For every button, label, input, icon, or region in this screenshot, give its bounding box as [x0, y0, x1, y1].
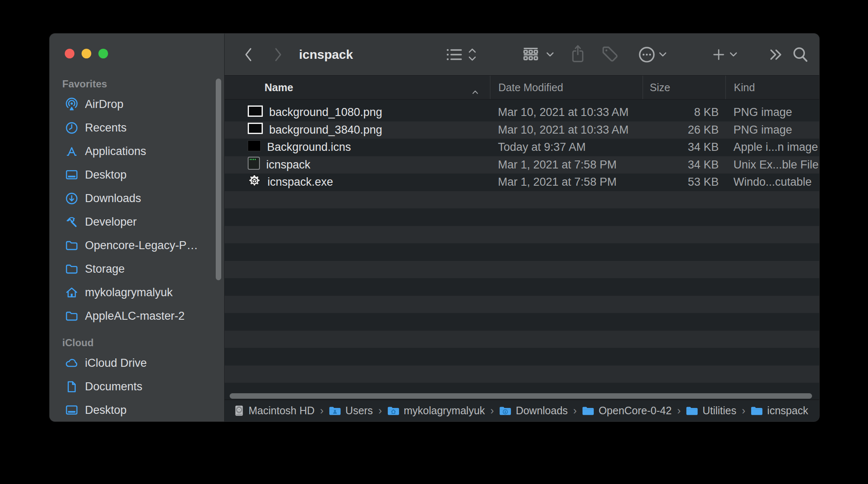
main-pane: icnspack — [224, 34, 819, 421]
minimize-button[interactable] — [82, 49, 91, 58]
file-name: icnspack.exe — [267, 176, 333, 189]
sidebar-item-downloads[interactable]: Downloads — [56, 188, 218, 208]
list-header: Name Date Modified Size Kind — [225, 76, 819, 100]
file-row-icnspack[interactable]: icnspackMar 1, 2021 at 7:58 PM34 KBUnix … — [225, 156, 819, 174]
path-item-label: icnspack — [767, 405, 808, 417]
file-row-background-1080-png[interactable]: background_1080.pngMar 10, 2021 at 10:33… — [225, 104, 819, 121]
file-name: background_1080.png — [269, 106, 382, 119]
folder-icon — [64, 308, 79, 324]
file-row-icnspack-exe[interactable]: icnspack.exeMar 1, 2021 at 7:58 PM53 KBW… — [225, 174, 819, 191]
zoom-button[interactable] — [98, 49, 108, 58]
sidebar-item-label: Desktop — [85, 168, 127, 182]
path-bar: Macintosh HD›Users›mykolagrymalyuk›Downl… — [225, 400, 819, 421]
file-row-background-3840-png[interactable]: background_3840.pngMar 10, 2021 at 10:33… — [225, 121, 819, 139]
sidebar-item-icloud-drive[interactable]: iCloud Drive — [56, 353, 218, 373]
sidebar-item-applications[interactable]: Applications — [56, 141, 218, 161]
path-item-mykolagrymalyuk[interactable]: mykolagrymalyuk — [387, 405, 485, 417]
path-item-label: OpenCore-0-42 — [598, 405, 672, 417]
view-stepper-icon[interactable] — [467, 47, 478, 62]
file-date: Mar 10, 2021 at 10:33 AM — [490, 106, 643, 119]
sidebar-section-favorites: FavoritesAirDropRecentsApplicationsDeskt… — [50, 78, 224, 326]
new-folder-icon[interactable] — [712, 47, 726, 62]
file-name: background_3840.png — [269, 124, 382, 137]
folder-icon — [64, 238, 79, 253]
group-view-icon[interactable] — [521, 45, 540, 64]
path-item-opencore-0-42[interactable]: OpenCore-0-42 — [582, 405, 672, 417]
tag-icon[interactable] — [601, 45, 619, 63]
sidebar-item-label: Downloads — [85, 192, 141, 205]
file-kind: Windo...cutable — [725, 176, 819, 189]
sidebar-item-desktop[interactable]: Desktop — [56, 400, 218, 420]
path-item-label: mykolagrymalyuk — [404, 405, 485, 417]
sidebar-item-airdrop[interactable]: AirDrop — [56, 94, 218, 114]
folder-downloads-icon — [499, 406, 511, 416]
path-item-icnspack[interactable]: icnspack — [751, 405, 808, 417]
sidebar-item-label: Storage — [85, 263, 125, 276]
file-size: 34 KB — [643, 158, 725, 171]
file-date: Mar 1, 2021 at 7:58 PM — [490, 158, 643, 171]
sidebar-item-desktop[interactable]: Desktop — [56, 165, 218, 185]
sidebar-item-developer[interactable]: Developer — [56, 212, 218, 232]
path-item-label: Downloads — [516, 405, 568, 417]
group-view-caret-icon[interactable] — [545, 51, 555, 58]
more-actions-caret-icon[interactable] — [658, 51, 667, 58]
close-button[interactable] — [65, 49, 74, 58]
file-name: Background.icns — [267, 141, 351, 154]
image-file-icon — [248, 123, 263, 137]
sidebar-item-storage[interactable]: Storage — [56, 259, 218, 279]
sidebar-item-opencore-legacy-p[interactable]: Opencore-Legacy-P… — [56, 235, 218, 255]
more-actions-icon[interactable] — [638, 45, 656, 64]
airdrop-icon — [64, 97, 79, 112]
forward-button[interactable] — [273, 46, 283, 63]
exe-file-icon — [248, 174, 261, 190]
horizontal-scrollbar[interactable] — [230, 393, 812, 399]
path-item-downloads[interactable]: Downloads — [499, 405, 568, 417]
sidebar-section-label: iCloud — [62, 337, 224, 349]
column-header-date[interactable]: Date Modified — [490, 76, 643, 99]
share-icon[interactable] — [569, 43, 586, 65]
toolbar-overflow-icon[interactable] — [768, 47, 783, 62]
file-list: background_1080.pngMar 10, 2021 at 10:33… — [225, 104, 819, 400]
file-size: 34 KB — [643, 141, 725, 154]
sidebar-item-mykolagrymalyuk[interactable]: mykolagrymalyuk — [56, 282, 218, 302]
file-date: Mar 10, 2021 at 10:33 AM — [490, 124, 643, 137]
drive-icon — [234, 405, 244, 416]
sidebar-item-label: Desktop — [85, 404, 127, 417]
folder-icon — [64, 261, 79, 276]
column-header-name[interactable]: Name — [225, 76, 490, 99]
download-icon — [64, 191, 79, 206]
path-item-users[interactable]: Users — [329, 405, 373, 417]
file-row-background-icns[interactable]: Background.icnsToday at 9:37 AM34 KBAppl… — [225, 139, 819, 156]
sidebar-item-documents[interactable]: Documents — [56, 376, 218, 397]
folder-users-icon — [329, 406, 341, 416]
cloud-icon — [64, 355, 79, 371]
path-separator: › — [742, 405, 745, 417]
folder-plain-icon — [686, 406, 698, 416]
path-item-label: Macintosh HD — [249, 405, 315, 417]
search-icon[interactable] — [791, 45, 809, 63]
path-item-label: Users — [345, 405, 373, 417]
path-separator: › — [378, 405, 382, 417]
file-kind: Apple i...n image — [725, 141, 819, 154]
folder-home-icon — [387, 406, 400, 416]
path-item-utilities[interactable]: Utilities — [686, 405, 736, 417]
column-header-size[interactable]: Size — [643, 76, 725, 99]
back-button[interactable] — [243, 46, 254, 63]
column-header-kind[interactable]: Kind — [725, 76, 819, 99]
path-item-macintosh-hd[interactable]: Macintosh HD — [234, 405, 315, 417]
list-view-icon[interactable] — [445, 45, 463, 64]
sidebar-item-label: Developer — [85, 216, 137, 229]
file-name: icnspack — [266, 158, 310, 171]
sidebar-item-label: mykolagrymalyuk — [85, 286, 173, 299]
folder-plain-icon — [582, 406, 594, 416]
new-folder-caret-icon[interactable] — [729, 51, 738, 58]
finder-window: FavoritesAirDropRecentsApplicationsDeskt… — [50, 34, 819, 421]
sidebar-item-recents[interactable]: Recents — [56, 118, 218, 138]
file-kind: Unix Ex...ble File — [725, 158, 819, 171]
file-kind: PNG image — [725, 106, 819, 119]
file-size: 53 KB — [643, 176, 725, 189]
appstore-icon — [64, 144, 79, 159]
sidebar-scrollbar[interactable] — [216, 79, 221, 280]
home-icon — [64, 285, 79, 300]
sidebar-item-applealc-master-2[interactable]: AppleALC-master-2 — [56, 306, 218, 326]
